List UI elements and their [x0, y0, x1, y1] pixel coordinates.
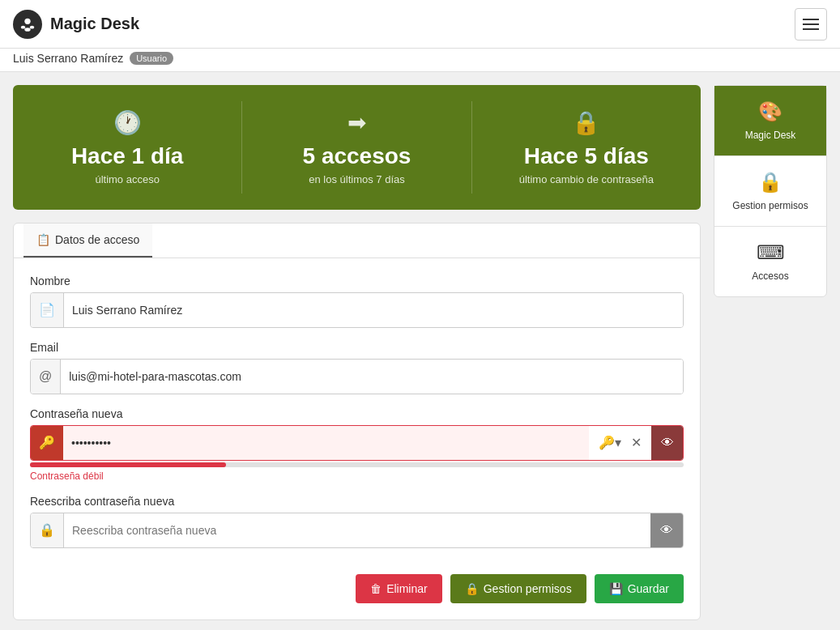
- password-strength-bar: [30, 462, 684, 467]
- nombre-field-group: Nombre 📄: [30, 275, 684, 328]
- stats-bar: 🕐 Hace 1 día último acceso ➡ 5 accesos e…: [13, 85, 701, 210]
- main-layout: 🕐 Hace 1 día último acceso ➡ 5 accesos e…: [0, 72, 840, 630]
- action-buttons: 🗑 Eliminar 🔒 Gestion permisos 💾 Guardar: [14, 564, 700, 619]
- hamburger-line: [803, 19, 819, 20]
- app-logo: [13, 10, 42, 39]
- lock-icon: 🔒: [488, 109, 684, 136]
- hamburger-line: [803, 28, 819, 30]
- password-confirm-label: Reescriba contraseña nueva: [30, 495, 684, 508]
- eliminar-label: Eliminar: [386, 582, 428, 595]
- password-input-group: 🔑 🔑▾ ✕ 👁: [30, 425, 684, 461]
- left-content: 🕐 Hace 1 día último acceso ➡ 5 accesos e…: [13, 85, 701, 620]
- form-panel: 📋 Datos de acceso Nombre 📄 Email: [13, 223, 701, 620]
- email-input[interactable]: [61, 360, 683, 394]
- form-body: Nombre 📄 Email @ Contraseña n: [14, 258, 700, 564]
- login-icon: ➡: [258, 109, 454, 136]
- stat-password-change: 🔒 Hace 5 días último cambio de contraseñ…: [472, 101, 701, 194]
- lock-input-icon: 🔑: [31, 426, 63, 460]
- palette-icon: 🎨: [758, 100, 782, 123]
- lock-btn-icon: 🔒: [465, 582, 479, 595]
- svg-point-3: [24, 28, 30, 32]
- stat-last-access: 🕐 Hace 1 día último acceso: [13, 101, 242, 194]
- hamburger-line: [803, 23, 819, 25]
- sidebar-accesos-label: Accesos: [752, 270, 788, 282]
- nombre-input-group: 📄: [30, 292, 684, 328]
- hamburger-button[interactable]: [795, 8, 827, 40]
- password-confirm-field-group: Reescriba contraseña nueva 🔒 👁: [30, 495, 684, 548]
- stat-last-access-value: Hace 1 día: [29, 143, 225, 170]
- password-strength-text: Contraseña débil: [30, 470, 684, 482]
- sidebar-item-magic-desk[interactable]: 🎨 Magic Desk: [714, 86, 826, 156]
- password-confirm-input-group: 🔒 👁: [30, 513, 684, 548]
- password-strength-fill: [30, 462, 226, 467]
- table-icon: 📋: [36, 233, 50, 246]
- email-field-group: Email @: [30, 341, 684, 394]
- password-new-label: Contraseña nueva: [30, 407, 684, 420]
- stat-password-value: Hace 5 días: [488, 143, 684, 170]
- app-title: Magic Desk: [50, 15, 139, 33]
- right-sidebar: 🎨 Magic Desk 🔒 Gestion permisos ⌨ Acceso…: [714, 85, 827, 297]
- stat-accesses-value: 5 accesos: [258, 143, 454, 170]
- clock-icon: 🕐: [29, 109, 225, 136]
- trash-icon: 🗑: [370, 582, 382, 595]
- stat-last-access-label: último acceso: [29, 173, 225, 185]
- lock-sidebar-icon: 🔒: [758, 171, 782, 194]
- sidebar-item-gestion-permisos[interactable]: 🔒 Gestion permisos: [714, 156, 826, 227]
- gestion-permisos-label: Gestion permisos: [484, 582, 572, 595]
- email-input-group: @: [30, 359, 684, 394]
- eliminar-button[interactable]: 🗑 Eliminar: [356, 574, 442, 603]
- nombre-label: Nombre: [30, 275, 684, 287]
- stat-accesses-label: en los últimos 7 días: [258, 173, 454, 185]
- clear-password-button[interactable]: ✕: [628, 432, 645, 453]
- stat-accesses: ➡ 5 accesos en los últimos 7 días: [242, 101, 471, 194]
- svg-point-2: [30, 25, 35, 28]
- stat-password-label: último cambio de contraseña: [488, 173, 684, 185]
- topbar: Magic Desk: [0, 0, 840, 49]
- sidebar-magic-desk-label: Magic Desk: [745, 130, 796, 141]
- email-label: Email: [30, 341, 684, 354]
- key-generate-button[interactable]: 🔑▾: [595, 432, 625, 453]
- svg-point-0: [24, 18, 30, 23]
- password-confirm-input[interactable]: [64, 513, 650, 547]
- keyboard-icon: ⌨: [757, 241, 785, 264]
- nombre-icon: 📄: [31, 293, 64, 327]
- gestion-permisos-button[interactable]: 🔒 Gestion permisos: [450, 574, 586, 603]
- tab-label: Datos de acceso: [55, 233, 139, 246]
- sidebar-item-accesos[interactable]: ⌨ Accesos: [714, 227, 826, 296]
- tab-datos-acceso[interactable]: 📋 Datos de acceso: [23, 223, 152, 258]
- password-field-group: Contraseña nueva 🔑 🔑▾ ✕ 👁 Contraseña dé: [30, 407, 684, 482]
- sidebar-gestion-permisos-label: Gestion permisos: [732, 200, 808, 211]
- save-icon: 💾: [609, 582, 623, 595]
- guardar-label: Guardar: [628, 582, 669, 595]
- username-text: Luis Serrano Ramírez: [13, 52, 123, 65]
- form-tabs: 📋 Datos de acceso: [14, 223, 700, 258]
- toggle-confirm-password-visibility-button[interactable]: 👁: [650, 513, 683, 547]
- lock-confirm-icon: 🔒: [31, 513, 64, 547]
- password-actions: 🔑▾ ✕: [589, 432, 651, 453]
- at-icon: @: [31, 360, 61, 394]
- userbar: Luis Serrano Ramírez Usuario: [0, 49, 840, 72]
- toggle-password-visibility-button[interactable]: 👁: [651, 426, 684, 460]
- svg-point-1: [21, 25, 26, 28]
- nombre-input[interactable]: [64, 293, 683, 327]
- user-role-badge: Usuario: [130, 52, 173, 65]
- topbar-left: Magic Desk: [13, 10, 139, 39]
- password-new-input[interactable]: [63, 426, 589, 460]
- guardar-button[interactable]: 💾 Guardar: [595, 574, 684, 603]
